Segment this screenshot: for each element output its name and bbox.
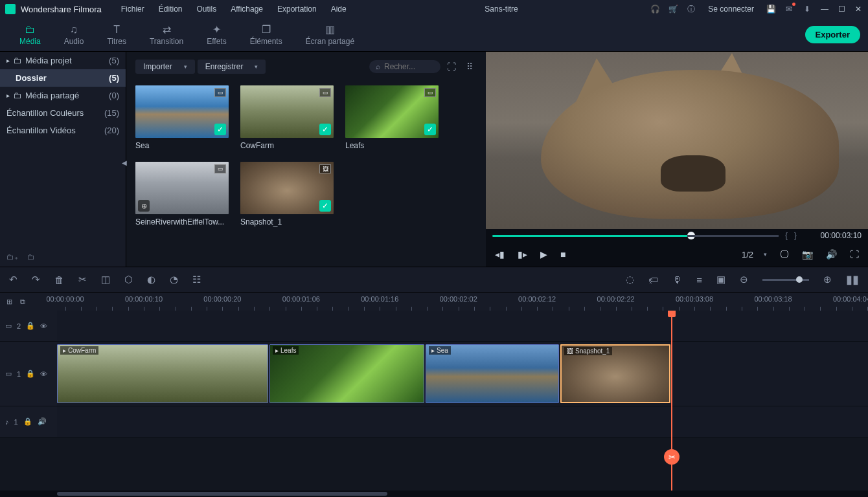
save-icon[interactable]: 💾 [766, 4, 776, 14]
duration-icon[interactable]: ◔ [170, 274, 178, 285]
tab-splitscreen[interactable]: ▥Écran partagé [294, 20, 366, 50]
preview-ratio-dropdown[interactable]: 1/2▾ [742, 250, 767, 260]
tab-transition[interactable]: ⇄Transition [138, 20, 195, 50]
search-input[interactable]: ⌕ [369, 60, 440, 73]
sidebar-item-shared-media[interactable]: ▸🗀Média partagé(0) [0, 87, 126, 104]
track-body[interactable] [57, 406, 868, 437]
close-button[interactable]: ✕ [854, 5, 863, 14]
delete-icon[interactable]: 🗑 [54, 274, 64, 285]
tab-elements[interactable]: ❐Éléments [238, 20, 294, 50]
timeline-ruler[interactable]: ⊞ ⧉ 00:00:00:0000:00:00:1000:00:00:2000:… [0, 293, 868, 311]
sidebar-item-sample-videos[interactable]: Échantillon Vidéos(20) [0, 122, 126, 139]
info-icon[interactable]: ⓘ [686, 4, 696, 14]
media-thumb-leafs[interactable]: ▭✓Leafs [345, 85, 439, 150]
media-thumb-seine[interactable]: ▭⊕SeineRiverwithEiffelTow... [135, 162, 229, 226]
mic-icon[interactable]: 🎙 [672, 274, 682, 285]
playhead[interactable]: ✂ [671, 311, 672, 491]
media-thumb-snapshot[interactable]: 🖼✓Snapshot_1 [240, 162, 334, 226]
menu-tools[interactable]: Outils [190, 2, 223, 16]
lock-icon[interactable]: 🔒 [26, 322, 35, 330]
maximize-button[interactable]: ☐ [837, 5, 846, 14]
play-button[interactable]: ▶ [540, 249, 547, 260]
headset-icon[interactable]: 🎧 [650, 4, 660, 14]
lock-icon[interactable]: 🔒 [26, 370, 35, 378]
clip-sea[interactable]: ▸Sea [426, 344, 559, 403]
sign-in-link[interactable]: Se connecter [704, 2, 758, 16]
speaker-icon[interactable]: 🔊 [38, 417, 47, 426]
menu-edit[interactable]: Édition [152, 2, 189, 16]
track-head-v2[interactable]: ▭2🔒👁 [0, 311, 57, 341]
track-head-v1[interactable]: ▭1🔒👁 [0, 342, 57, 406]
eye-icon[interactable]: 👁 [40, 370, 47, 378]
split-icon[interactable]: ✂ [664, 449, 680, 465]
mail-icon[interactable]: ✉ [784, 4, 794, 14]
next-frame-button[interactable]: ▮▸ [518, 249, 527, 260]
mark-out-icon[interactable]: } [794, 231, 797, 240]
snapshot-icon[interactable]: 📷 [802, 249, 813, 260]
mixer-icon[interactable]: ≡ [696, 274, 702, 285]
save-dropdown[interactable]: Enregistrer▾ [198, 60, 266, 74]
marker-icon[interactable]: 🏷 [648, 274, 658, 285]
tab-effects[interactable]: ✦Effets [195, 20, 238, 50]
video-track-icon: ▭ [5, 370, 12, 378]
collapse-sidebar-icon[interactable]: ◀ [122, 159, 127, 166]
menu-export[interactable]: Exportation [271, 2, 323, 16]
tab-media[interactable]: 🗀Média [8, 20, 52, 50]
minimize-button[interactable]: — [820, 5, 829, 14]
tab-audio[interactable]: ♫Audio [52, 20, 96, 50]
crop-icon[interactable]: ◫ [101, 274, 110, 285]
display-icon[interactable]: 🖵 [780, 249, 789, 260]
undo-icon[interactable]: ↶ [9, 274, 17, 285]
render-icon[interactable]: ◌ [626, 274, 634, 285]
filter-icon[interactable]: ⛶ [443, 61, 460, 72]
cut-icon[interactable]: ✂ [78, 274, 87, 285]
volume-icon[interactable]: 🔊 [826, 249, 837, 260]
track-body[interactable]: ▸CowFarm ▸Leafs ▸Sea 🖼Snapshot_1 [57, 342, 868, 406]
clip-cowfarm[interactable]: ▸CowFarm [57, 344, 268, 403]
export-button[interactable]: Exporter [805, 26, 860, 43]
media-thumb-sea[interactable]: ▭✓Sea [135, 85, 229, 150]
track-head-a1[interactable]: ♪1🔒🔊 [0, 406, 57, 437]
folder-icon[interactable]: 🗀 [27, 252, 35, 261]
clip-leafs[interactable]: ▸Leafs [269, 344, 424, 403]
seek-track[interactable] [492, 235, 779, 237]
menu-view[interactable]: Affichage [224, 2, 269, 16]
preview-canvas[interactable] [486, 52, 868, 229]
snap-icon[interactable]: ▣ [716, 274, 725, 285]
prev-frame-button[interactable]: ◂▮ [495, 249, 505, 260]
redo-icon[interactable]: ↷ [32, 274, 40, 285]
zoom-in-icon[interactable]: ⊕ [823, 274, 832, 285]
clip-snapshot[interactable]: 🖼Snapshot_1 [560, 344, 670, 403]
speed-icon[interactable]: ⬡ [124, 274, 133, 285]
menu-help[interactable]: Aide [325, 2, 353, 16]
search-field[interactable] [384, 62, 429, 71]
new-folder-icon[interactable]: 🗀₊ [6, 252, 18, 261]
lock-icon[interactable]: 🔒 [23, 417, 32, 426]
mark-in-icon[interactable]: { [785, 231, 788, 240]
sidebar-item-folder[interactable]: Dossier(5) [0, 69, 126, 87]
add-icon[interactable]: ⊕ [138, 200, 150, 212]
media-thumb-cowfarm[interactable]: ▭✓CowFarm [240, 85, 334, 150]
settings-icon[interactable]: ☷ [192, 274, 201, 285]
zoom-out-icon[interactable]: ⊖ [740, 274, 748, 285]
tab-titles[interactable]: TTitres [95, 20, 138, 50]
timeline-scrollbar[interactable] [0, 491, 868, 497]
download-icon[interactable]: ⬇ [802, 4, 812, 14]
seek-thumb[interactable] [687, 232, 695, 239]
zoom-slider[interactable] [762, 279, 809, 281]
import-dropdown[interactable]: Importer▾ [135, 60, 195, 74]
sidebar-item-project-media[interactable]: ▸🗀Média projet(5) [0, 52, 126, 69]
grid-icon[interactable]: ⠿ [463, 61, 477, 72]
link-icon[interactable]: ⧉ [20, 298, 25, 306]
color-icon[interactable]: ◐ [147, 274, 155, 285]
eye-icon[interactable]: 👁 [40, 322, 47, 330]
fullscreen-icon[interactable]: ⛶ [850, 249, 859, 260]
fit-icon[interactable]: ▮▮ [846, 272, 859, 287]
sidebar-item-sample-colors[interactable]: Échantillon Couleurs(15) [0, 104, 126, 122]
cart-icon[interactable]: 🛒 [668, 4, 678, 14]
scrollbar-thumb[interactable] [57, 492, 387, 496]
stop-button[interactable]: ■ [560, 249, 565, 260]
add-track-icon[interactable]: ⊞ [6, 298, 12, 306]
menu-file[interactable]: Fichier [115, 2, 151, 16]
track-body[interactable] [57, 311, 868, 341]
